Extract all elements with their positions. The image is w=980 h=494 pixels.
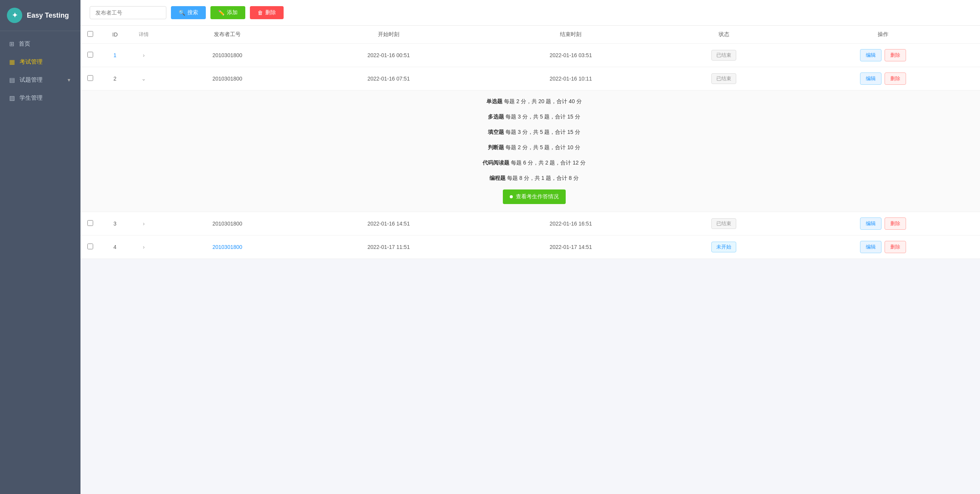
question-line-single: 单选题 每题 2 分，共 20 题，合计 40 分 [103, 98, 965, 105]
toolbar: 🔍 搜索 ✏️ 添加 🗑 删除 [80, 0, 980, 26]
table-row: 4 › 2010301800 2022-01-17 11:51 2022-01-… [80, 235, 980, 259]
delete-button[interactable]: 🗑 删除 [250, 6, 284, 19]
header-id: ID [100, 26, 130, 44]
table-row: 2 ⌄ 2010301800 2022-01-16 07:51 2022-01-… [80, 67, 980, 91]
logo-icon: ✦ [7, 8, 22, 23]
expanded-content: 单选题 每题 2 分，共 20 题，合计 40 分 多选题 每题 3 分，共 5… [80, 91, 980, 212]
expand-button[interactable]: ⌄ [138, 74, 149, 83]
start-time: 2022-01-17 11:51 [368, 244, 410, 250]
publisher-id: 2010301800 [212, 76, 242, 82]
header-action: 操作 [786, 26, 980, 44]
search-icon: 🔍 [179, 10, 185, 16]
header-publisher-id: 发布者工号 [157, 26, 297, 44]
row-checkbox[interactable] [87, 52, 93, 58]
table-row: 1 › 2010301800 2022-01-16 00:51 2022-01-… [80, 44, 980, 67]
edit-button[interactable]: 编辑 [860, 241, 882, 253]
end-time: 2022-01-17 14:51 [550, 244, 592, 250]
add-button[interactable]: ✏️ 添加 [210, 6, 245, 19]
status-badge: 已结束 [711, 73, 736, 84]
header-start-time: 开始时刻 [297, 26, 479, 44]
search-button[interactable]: 🔍 搜索 [171, 6, 206, 19]
question-line-code-read: 代码阅读题 每题 6 分，共 2 题，合计 12 分 [103, 160, 965, 166]
sidebar-label-question-mgmt: 试题管理 [20, 76, 43, 84]
delete-row-button[interactable]: 删除 [885, 241, 906, 253]
publisher-id: 2010301800 [212, 221, 242, 227]
header-detail: 详情 [130, 26, 157, 44]
edit-button[interactable]: 编辑 [860, 217, 882, 230]
sidebar: ✦ Easy Testing ⊞ 首页 ▦ 考试管理 ▤ 试题管理 ▼ ▨ 学生… [0, 0, 80, 494]
start-time: 2022-01-16 00:51 [368, 52, 410, 58]
question-icon: ▤ [9, 76, 15, 84]
student-icon: ▨ [9, 94, 15, 102]
edit-button[interactable]: 编辑 [860, 49, 882, 61]
question-info: 单选题 每题 2 分，共 20 题，合计 40 分 多选题 每题 3 分，共 5… [103, 98, 965, 182]
delete-row-button[interactable]: 删除 [885, 217, 906, 230]
select-all-checkbox[interactable] [87, 31, 93, 37]
view-answers-button[interactable]: 查看考生作答情况 [503, 189, 566, 204]
header-end-time: 结束时刻 [480, 26, 662, 44]
sidebar-item-question-mgmt[interactable]: ▤ 试题管理 ▼ [0, 71, 80, 89]
view-answers-label: 查看考生作答情况 [516, 193, 559, 200]
question-line-multi: 多选题 每题 3 分，共 5 题，合计 15 分 [103, 114, 965, 120]
row-checkbox[interactable] [87, 75, 93, 81]
question-line-judge: 判断题 每题 2 分，共 5 题，合计 10 分 [103, 144, 965, 151]
end-time: 2022-01-16 03:51 [550, 52, 592, 58]
start-time: 2022-01-16 07:51 [368, 76, 410, 82]
add-icon: ✏️ [218, 10, 225, 16]
sidebar-item-exam-mgmt[interactable]: ▦ 考试管理 [0, 53, 80, 71]
sidebar-label-student-mgmt: 学生管理 [20, 94, 43, 102]
chevron-down-icon: ▼ [67, 77, 71, 83]
search-input[interactable] [90, 6, 166, 19]
edit-button[interactable]: 编辑 [860, 72, 882, 85]
table-row: 3 › 2010301800 2022-01-16 14:51 2022-01-… [80, 212, 980, 235]
app-title: Easy Testing [27, 12, 69, 20]
sidebar-item-home[interactable]: ⊞ 首页 [0, 35, 80, 53]
row-id: 2 [113, 76, 117, 82]
status-badge: 已结束 [711, 50, 736, 61]
status-badge: 未开始 [711, 242, 736, 252]
publisher-id-link[interactable]: 2010301800 [212, 244, 242, 250]
publisher-id: 2010301800 [212, 52, 242, 58]
expand-button[interactable]: › [140, 219, 148, 228]
expand-button[interactable]: › [140, 51, 148, 60]
expanded-detail-row: 单选题 每题 2 分，共 20 题，合计 40 分 多选题 每题 3 分，共 5… [80, 91, 980, 212]
expand-button[interactable]: › [140, 242, 148, 252]
main-content: 🔍 搜索 ✏️ 添加 🗑 删除 ID 详情 发布者工号 开始时刻 [80, 0, 980, 494]
exam-icon: ▦ [9, 58, 15, 66]
delete-row-button[interactable]: 删除 [885, 72, 906, 85]
row-checkbox[interactable] [87, 220, 93, 226]
row-id: 4 [113, 244, 117, 250]
header-checkbox-cell [80, 26, 100, 44]
header-status: 状态 [662, 26, 786, 44]
row-id: 3 [113, 221, 117, 227]
end-time: 2022-01-16 10:11 [550, 76, 592, 82]
exam-table: ID 详情 发布者工号 开始时刻 结束时刻 状态 操作 1 [80, 26, 980, 259]
sidebar-item-student-mgmt[interactable]: ▨ 学生管理 [0, 89, 80, 107]
trash-icon: 🗑 [258, 10, 263, 16]
end-time: 2022-01-16 16:51 [550, 221, 592, 227]
dot-icon [510, 195, 513, 198]
sidebar-nav: ⊞ 首页 ▦ 考试管理 ▤ 试题管理 ▼ ▨ 学生管理 [0, 31, 80, 111]
sidebar-label-exam-mgmt: 考试管理 [20, 58, 43, 66]
question-line-fill: 填空题 每题 3 分，共 5 题，合计 15 分 [103, 129, 965, 136]
delete-row-button[interactable]: 删除 [885, 49, 906, 61]
sidebar-label-home: 首页 [19, 40, 30, 48]
status-badge: 已结束 [711, 218, 736, 229]
row-checkbox[interactable] [87, 244, 93, 249]
logo-area: ✦ Easy Testing [0, 0, 80, 31]
start-time: 2022-01-16 14:51 [368, 221, 410, 227]
home-icon: ⊞ [9, 40, 14, 48]
question-line-programming: 编程题 每题 8 分，共 1 题，合计 8 分 [103, 175, 965, 182]
row-id-link[interactable]: 1 [113, 52, 117, 58]
